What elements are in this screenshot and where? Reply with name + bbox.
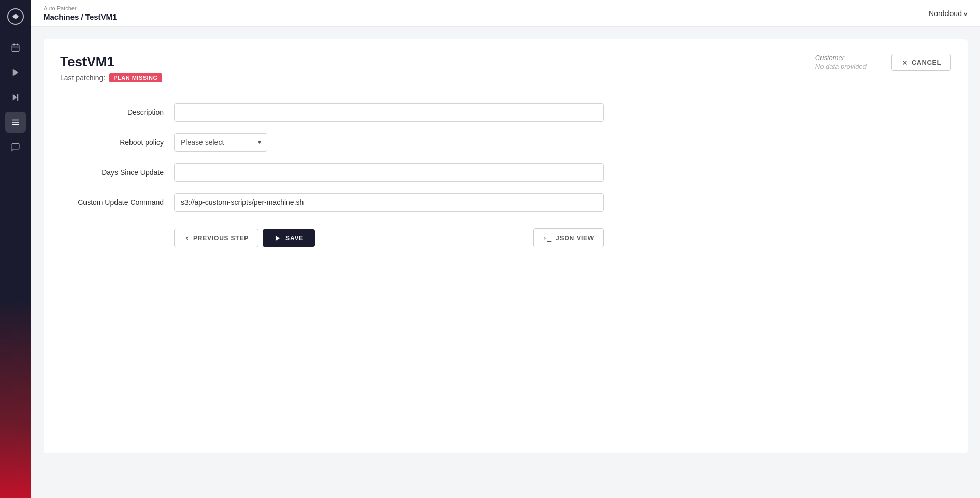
cancel-button[interactable]: CANCEL — [891, 54, 951, 71]
customer-block: Customer No data provided — [815, 54, 867, 70]
page-title-block: TestVM1 Last patching: PLAN MISSING — [60, 54, 162, 82]
custom-update-command-input[interactable] — [174, 193, 604, 212]
page-title: TestVM1 — [60, 54, 162, 70]
save-icon — [274, 235, 281, 242]
previous-step-button[interactable]: PREVIOUS STEP — [174, 229, 258, 247]
save-button[interactable]: SAVE — [263, 229, 315, 247]
form-section: Description Reboot policy Please select … — [60, 103, 604, 247]
description-label: Description — [60, 108, 174, 116]
json-view-label: JSON VIEW — [556, 235, 594, 242]
app-logo[interactable] — [7, 8, 24, 25]
svg-rect-1 — [12, 45, 19, 52]
svg-marker-6 — [13, 94, 17, 101]
cancel-label: CANCEL — [912, 58, 941, 66]
json-view-button[interactable]: ›_ JSON VIEW — [533, 228, 604, 247]
buttons-row: PREVIOUS STEP SAVE ›_ JSON VIEW — [60, 228, 604, 247]
user-menu[interactable]: Nordcloud — [929, 9, 968, 18]
page-card: TestVM1 Last patching: PLAN MISSING Cust… — [44, 39, 968, 453]
description-control — [174, 103, 604, 122]
days-since-update-row: Days Since Update — [60, 163, 604, 182]
customer-value: No data provided — [815, 63, 867, 70]
sidebar-item-play[interactable] — [5, 62, 26, 83]
chevron-left-icon — [184, 235, 190, 241]
days-since-update-control — [174, 163, 604, 182]
last-patching-label: Last patching: — [60, 74, 105, 82]
svg-marker-13 — [276, 235, 280, 241]
reboot-policy-select[interactable]: Please select Always Never If needed — [174, 133, 267, 152]
sidebar-item-skip[interactable] — [5, 87, 26, 108]
save-label: SAVE — [285, 235, 304, 242]
sidebar-item-calendar[interactable] — [5, 37, 26, 58]
reboot-policy-label: Reboot policy — [60, 138, 174, 147]
btn-group-left: PREVIOUS STEP SAVE — [174, 229, 315, 247]
custom-update-command-label: Custom Update Command — [60, 198, 174, 207]
reboot-policy-select-wrapper: Please select Always Never If needed ▾ — [174, 133, 267, 152]
description-input[interactable] — [174, 103, 604, 122]
reboot-policy-row: Reboot policy Please select Always Never… — [60, 133, 604, 152]
prev-label: PREVIOUS STEP — [193, 235, 249, 242]
app-name: Auto Patcher — [44, 5, 117, 12]
plan-missing-badge: PLAN MISSING — [109, 73, 162, 82]
header-right-section: Customer No data provided CANCEL — [815, 54, 951, 71]
custom-update-command-row: Custom Update Command — [60, 193, 604, 212]
breadcrumb: Machines / TestVM1 — [44, 12, 117, 21]
reboot-policy-control: Please select Always Never If needed ▾ — [174, 133, 604, 152]
header-title-block: Auto Patcher Machines / TestVM1 — [44, 5, 117, 21]
svg-marker-5 — [13, 69, 19, 76]
main-area: Auto Patcher Machines / TestVM1 Nordclou… — [31, 0, 980, 498]
description-row: Description — [60, 103, 604, 122]
last-patching-row: Last patching: PLAN MISSING — [60, 73, 162, 82]
days-since-update-input[interactable] — [174, 163, 604, 182]
page-header: TestVM1 Last patching: PLAN MISSING Cust… — [60, 54, 951, 82]
header: Auto Patcher Machines / TestVM1 Nordclou… — [31, 0, 980, 27]
customer-label: Customer — [815, 54, 867, 62]
header-right: Nordcloud — [929, 9, 968, 18]
sidebar-item-list[interactable] — [5, 112, 26, 133]
svg-rect-7 — [17, 94, 18, 101]
close-icon — [901, 59, 909, 66]
sidebar-item-chat[interactable] — [5, 137, 26, 157]
page-content: TestVM1 Last patching: PLAN MISSING Cust… — [31, 27, 980, 498]
days-since-update-label: Days Since Update — [60, 168, 174, 177]
sidebar — [0, 0, 31, 498]
custom-update-command-control — [174, 193, 604, 212]
terminal-icon: ›_ — [543, 234, 552, 242]
